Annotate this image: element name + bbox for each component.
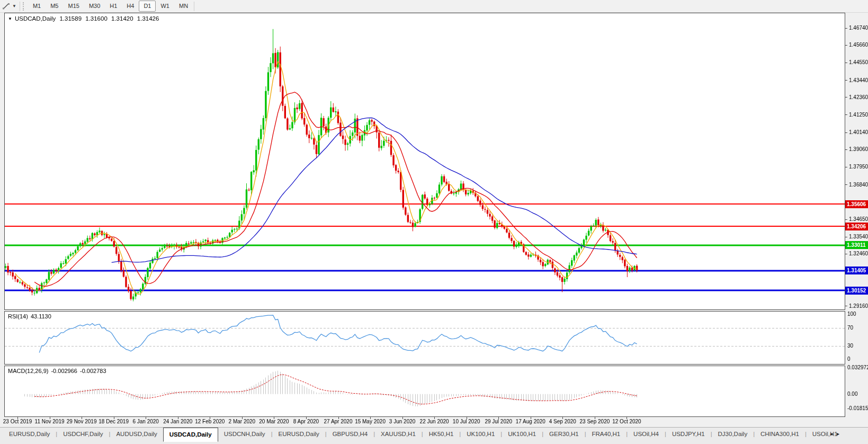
time-axis-tick [242, 417, 243, 419]
price-axis-label: 1.33540 [849, 234, 868, 239]
tab-china300-h1-16[interactable]: CHINA300,H1 [755, 428, 805, 440]
macd-chart-canvas[interactable] [5, 366, 845, 416]
macd-label: MACD(12,26,9)-0.002966-0.002783 [8, 368, 109, 374]
timeframe-button-m15[interactable]: M15 [63, 1, 84, 12]
time-axis-tick [210, 417, 210, 419]
chart-symbol-label: USDCAD,Daily [15, 15, 56, 22]
chart-tab-bar: EURUSD,Daily|USDCHF,Daily|AUDUSD,DailyUS… [0, 427, 868, 444]
toolbar-separator [20, 2, 20, 11]
chart-title: ▼USDCAD,Daily 1.31589 1.31600 1.31420 1.… [8, 15, 161, 22]
tab-usdchf-daily-1[interactable]: USDCHF,Daily [57, 428, 109, 440]
tab-xauusd-h1-7[interactable]: XAUUSD,H1 [375, 428, 422, 440]
line-draw-tool-icon [2, 3, 11, 10]
price-axis-label: 1.29160 [849, 303, 868, 309]
time-axis-label: 24 Jan 2020 [163, 419, 192, 424]
time-axis-tick [17, 417, 18, 419]
price-axis-tick [845, 254, 847, 254]
time-axis-label: 4 Sep 2020 [549, 419, 576, 424]
tab-fra40-h1-12[interactable]: FRA40,H1 [586, 428, 627, 440]
quote-high: 1.31600 [85, 15, 108, 22]
time-axis-tick [627, 417, 627, 419]
time-axis-tick [178, 417, 178, 419]
timeframe-button-d1[interactable]: D1 [139, 1, 156, 12]
price-axis-tick [845, 80, 847, 81]
time-axis-label: 22 Jun 2020 [420, 419, 449, 424]
macd-name: MACD(12,26,9) [8, 368, 48, 374]
time-axis-label: 23 Oct 2019 [3, 419, 32, 424]
tab-uk100-h1-9[interactable]: UK100,H1 [461, 428, 500, 440]
time-axis-label: 3 Jun 2020 [389, 419, 416, 424]
timeframe-button-m1[interactable]: M1 [28, 1, 46, 12]
tab-uk100-h1-10[interactable]: UK100,H1 [502, 428, 542, 440]
chart-tabs: EURUSD,Daily|USDCHF,Daily|AUDUSD,DailyUS… [0, 428, 844, 442]
timeframe-button-h1[interactable]: H1 [105, 1, 122, 12]
price-axis-tick [845, 306, 847, 306]
price-line-badge: 1.33011 [845, 241, 868, 249]
time-axis-tick [595, 417, 595, 419]
tab-dj30-daily-15[interactable]: DJ30,Daily [712, 428, 754, 440]
time-axis-label: 29 Nov 2019 [67, 419, 97, 424]
rsi-axis-label: 30 [847, 343, 853, 349]
timeframe-button-m30[interactable]: M30 [84, 1, 105, 12]
timeframe-button-w1[interactable]: W1 [156, 1, 174, 12]
tab-hk50-h1-8[interactable]: HK50,H1 [423, 428, 460, 440]
time-axis-label: 12 Oct 2020 [612, 419, 641, 424]
price-axis-tick [845, 28, 847, 29]
timeframe-button-h4[interactable]: H4 [122, 1, 139, 12]
chevron-down-icon: ▼ [12, 4, 16, 8]
trading-terminal-window: ▼ M1M5M15M30H1H4D1W1MN ▼USDCAD,Daily 1.3… [0, 0, 868, 444]
rsi-axis-label: 100 [847, 311, 856, 317]
timeframe-button-mn[interactable]: MN [174, 1, 193, 12]
candlestick-chart-canvas[interactable] [5, 13, 845, 309]
tab-ger30-h1-11[interactable]: GER30,H1 [543, 428, 585, 440]
time-axis-label: 2 Mar 2020 [229, 419, 256, 424]
chart-menu-triangle-icon[interactable]: ▼ [8, 16, 12, 21]
line-draw-tool-button[interactable]: ▼ [0, 1, 19, 12]
price-axis-label: 1.39060 [849, 146, 868, 152]
tab-audusd-daily-2[interactable]: AUDUSD,Daily [110, 428, 163, 440]
tab-usoil-h4-13[interactable]: USOil,H4 [628, 428, 665, 440]
time-axis-tick [402, 417, 403, 419]
time-axis-label: 12 Feb 2020 [195, 419, 225, 424]
tab-scroll-left-icon[interactable]: ◂ [830, 431, 837, 437]
toolbar-grip[interactable] [23, 2, 25, 11]
quote-low: 1.31420 [111, 15, 133, 22]
timeframe-button-m5[interactable]: M5 [46, 1, 63, 12]
price-axis-label: 1.41250 [849, 112, 868, 118]
time-axis-label: 18 Dec 2019 [99, 419, 129, 424]
macd-signal-value: -0.002783 [80, 368, 106, 374]
price-axis-tick [845, 114, 847, 115]
rsi-axis-label: 70 [847, 325, 853, 331]
macd-axis-label: -0.018154 [847, 405, 868, 411]
price-axis-tick [845, 219, 847, 220]
price-axis-label: 1.40140 [849, 129, 868, 135]
tab-usdcnh-daily-4[interactable]: USDCNH,Daily [218, 428, 271, 440]
toolbar-separator [194, 2, 194, 11]
time-axis-tick [338, 417, 339, 419]
tab-gbpusd-h4-6[interactable]: GBPUSD,H4 [327, 428, 373, 440]
time-axis-label: 15 May 2020 [355, 419, 386, 424]
time-axis-tick [370, 417, 371, 419]
price-axis-tick [845, 167, 847, 167]
time-axis-label: 11 Nov 2019 [35, 419, 65, 424]
tab-eurusd-daily-0[interactable]: EURUSD,Daily [3, 428, 56, 440]
tab-eurusd-daily-5[interactable]: EURUSD,Daily [272, 428, 325, 440]
tab-scroll-right-icon[interactable]: ▸ [837, 431, 844, 437]
time-axis-tick [146, 417, 146, 419]
time-axis-tick [531, 417, 531, 419]
tab-usdjpy-h1-14[interactable]: USDJPY,H1 [666, 428, 711, 440]
rsi-chart-canvas[interactable] [5, 312, 845, 364]
macd-indicator-pane: MACD(12,26,9)-0.002966-0.002783 [4, 366, 845, 417]
price-line-badge: 1.30152 [845, 287, 868, 295]
time-axis-tick [467, 417, 467, 419]
time-axis-tick [498, 417, 499, 419]
time-axis-label: 20 Mar 2020 [259, 419, 289, 424]
price-axis-label: 1.44550 [849, 59, 868, 65]
time-axis-tick [274, 417, 274, 419]
timeframe-toolbar: ▼ M1M5M15M30H1H4D1W1MN [0, 0, 868, 13]
tab-usdcad-daily-3[interactable]: USDCAD,Daily [163, 428, 218, 442]
time-axis-label: 29 Jul 2020 [485, 419, 512, 424]
price-axis-label: 1.34650 [849, 216, 868, 222]
quote-close: 1.31426 [137, 15, 159, 22]
price-line-badge: 1.31405 [845, 267, 868, 274]
